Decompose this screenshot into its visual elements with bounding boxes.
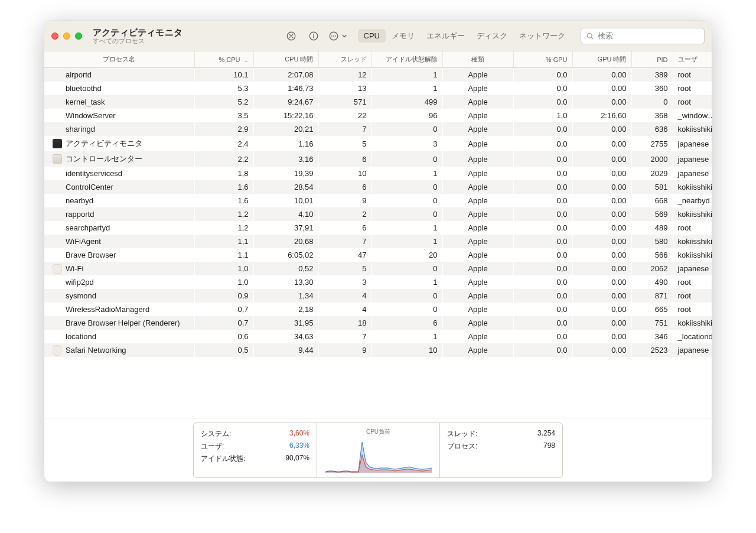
- table-row[interactable]: locationd 0,6 34,63 7 1 Apple 0,0 0,00 3…: [44, 330, 712, 343]
- table-row[interactable]: identityservicesd 1,8 19,39 10 1 Apple 0…: [44, 167, 712, 180]
- col-gpu-percent[interactable]: % GPU: [513, 51, 572, 68]
- cell-pid: 636: [631, 122, 673, 136]
- cell-pid: 346: [631, 330, 673, 343]
- cell-gpu-time: 0,00: [572, 221, 631, 235]
- tab-cpu[interactable]: CPU: [358, 29, 386, 43]
- cpu-chart-title: CPU負荷: [366, 428, 390, 436]
- col-cpu-time[interactable]: CPU 時間: [253, 51, 318, 68]
- cell-kind: Apple: [442, 275, 513, 289]
- tab-memory[interactable]: メモリ: [386, 28, 421, 44]
- cell-cpu-time: 6:05,02: [253, 248, 318, 262]
- cpu-load-breakdown: システム:3,60% ユーザ:6,33% アイドル状態:90,07%: [194, 423, 317, 477]
- cell-pid: 871: [631, 289, 673, 303]
- tab-network[interactable]: ネットワーク: [513, 28, 571, 44]
- table-row[interactable]: Safari Networking 0,5 9,44 9 10 Apple 0,…: [44, 343, 712, 357]
- table-row[interactable]: アクティビティモニタ 2,4 1,16 5 3 Apple 0,0 0,00 2…: [44, 136, 712, 151]
- tab-disk[interactable]: ディスク: [471, 28, 513, 44]
- cell-cpu-percent: 1,2: [194, 207, 253, 221]
- col-idle-wakeups[interactable]: アイドル状態解除: [372, 51, 442, 68]
- cell-pid: 2755: [631, 136, 673, 151]
- col-gpu-time[interactable]: GPU 時間: [572, 51, 631, 68]
- more-options-button[interactable]: [327, 28, 347, 44]
- cell-cpu-percent: 1,1: [194, 235, 253, 248]
- cell-process-name: airportd: [44, 68, 194, 82]
- cell-threads: 9: [318, 194, 372, 207]
- cell-cpu-time: 20,68: [253, 235, 318, 248]
- cell-gpu-time: 0,00: [572, 68, 631, 82]
- cell-user: _locationd: [673, 330, 712, 343]
- cell-gpu-time: 0,00: [572, 330, 631, 343]
- cell-threads: 4: [318, 303, 372, 316]
- table-row[interactable]: sharingd 2,9 20,21 7 0 Apple 0,0 0,00 63…: [44, 122, 712, 136]
- cell-gpu-percent: 0,0: [513, 262, 572, 275]
- cell-threads: 6: [318, 180, 372, 194]
- col-process-name[interactable]: プロセス名: [44, 51, 194, 68]
- table-row[interactable]: Brave Browser 1,1 6:05,02 47 20 Apple 0,…: [44, 248, 712, 262]
- cell-cpu-percent: 1,0: [194, 275, 253, 289]
- cell-pid: 490: [631, 275, 673, 289]
- column-header-row: プロセス名 % CPU⌄ CPU 時間 スレッド アイドル状態解除 種類 % G…: [44, 51, 712, 68]
- col-threads[interactable]: スレッド: [318, 51, 372, 68]
- cell-cpu-time: 9,44: [253, 343, 318, 357]
- search-field[interactable]: [581, 28, 705, 44]
- cell-cpu-time: 20,21: [253, 122, 318, 136]
- tab-energy[interactable]: エネルギー: [421, 28, 471, 44]
- col-cpu-percent[interactable]: % CPU⌄: [194, 51, 253, 68]
- table-row[interactable]: WindowServer 3,5 15:22,16 22 96 Apple 1,…: [44, 109, 712, 122]
- cell-kind: Apple: [442, 316, 513, 330]
- table-row[interactable]: wifip2pd 1,0 13,30 3 1 Apple 0,0 0,00 49…: [44, 275, 712, 289]
- cell-cpu-percent: 10,1: [194, 68, 253, 82]
- cell-kind: Apple: [442, 95, 513, 109]
- cell-gpu-time: 0,00: [572, 82, 631, 95]
- cell-cpu-percent: 1,8: [194, 167, 253, 180]
- table-row[interactable]: airportd 10,1 2:07,08 12 1 Apple 0,0 0,0…: [44, 68, 712, 82]
- cell-idle-wakeups: 96: [372, 109, 442, 122]
- cell-idle-wakeups: 1: [372, 221, 442, 235]
- minimize-button[interactable]: [63, 32, 70, 40]
- table-row[interactable]: ControlCenter 1,6 28,54 6 0 Apple 0,0 0,…: [44, 180, 712, 194]
- svg-point-7: [335, 35, 336, 37]
- table-row[interactable]: searchpartyd 1,2 37,91 6 1 Apple 0,0 0,0…: [44, 221, 712, 235]
- cell-process-name: Brave Browser: [44, 248, 194, 262]
- cell-threads: 6: [318, 151, 372, 167]
- cell-threads: 12: [318, 68, 372, 82]
- app-icon: [53, 154, 62, 164]
- cell-cpu-time: 4,10: [253, 207, 318, 221]
- cell-gpu-percent: 1,0: [513, 109, 572, 122]
- col-kind[interactable]: 種類: [442, 51, 513, 68]
- cell-kind: Apple: [442, 109, 513, 122]
- search-input[interactable]: [598, 31, 699, 40]
- cell-process-name: WiFiAgent: [44, 235, 194, 248]
- table-row[interactable]: kernel_task 5,2 9:24,67 571 499 Apple 0,…: [44, 95, 712, 109]
- close-button[interactable]: [51, 32, 58, 40]
- cell-idle-wakeups: 0: [372, 122, 442, 136]
- zoom-button[interactable]: [75, 32, 82, 40]
- cell-user: root: [673, 82, 712, 95]
- table-row[interactable]: Brave Browser Helper (Renderer) 0,7 31,9…: [44, 316, 712, 330]
- inspect-process-button[interactable]: [305, 28, 322, 44]
- cell-kind: Apple: [442, 82, 513, 95]
- cell-kind: Apple: [442, 180, 513, 194]
- cell-process-name: Brave Browser Helper (Renderer): [44, 316, 194, 330]
- cell-threads: 13: [318, 82, 372, 95]
- col-pid[interactable]: PID: [631, 51, 673, 68]
- table-row[interactable]: Wi-Fi 1,0 0,52 5 0 Apple 0,0 0,00 2062 j…: [44, 262, 712, 275]
- table-row[interactable]: コントロールセンター 2,2 3,16 6 0 Apple 0,0 0,00 2…: [44, 151, 712, 167]
- table-row[interactable]: WiFiAgent 1,1 20,68 7 1 Apple 0,0 0,00 5…: [44, 235, 712, 248]
- table-row[interactable]: WirelessRadioManagerd 0,7 2,18 4 0 Apple…: [44, 303, 712, 316]
- cell-user: japanese: [673, 136, 712, 151]
- col-user[interactable]: ユーザ: [673, 51, 712, 68]
- cell-cpu-time: 10,01: [253, 194, 318, 207]
- cell-process-name: locationd: [44, 330, 194, 343]
- table-row[interactable]: nearbyd 1,6 10,01 9 0 Apple 0,0 0,00 668…: [44, 194, 712, 207]
- cell-user: kokiisshiki: [673, 316, 712, 330]
- table-row[interactable]: bluetoothd 5,3 1:46,73 13 1 Apple 0,0 0,…: [44, 82, 712, 95]
- cell-gpu-percent: 0,0: [513, 235, 572, 248]
- procs-value: 798: [543, 441, 555, 451]
- cell-user: kokiisshiki: [673, 180, 712, 194]
- quit-process-button[interactable]: [282, 28, 300, 44]
- cell-pid: 581: [631, 180, 673, 194]
- cell-gpu-percent: 0,0: [513, 180, 572, 194]
- table-row[interactable]: rapportd 1,2 4,10 2 0 Apple 0,0 0,00 569…: [44, 207, 712, 221]
- table-row[interactable]: sysmond 0,9 1,34 4 0 Apple 0,0 0,00 871 …: [44, 289, 712, 303]
